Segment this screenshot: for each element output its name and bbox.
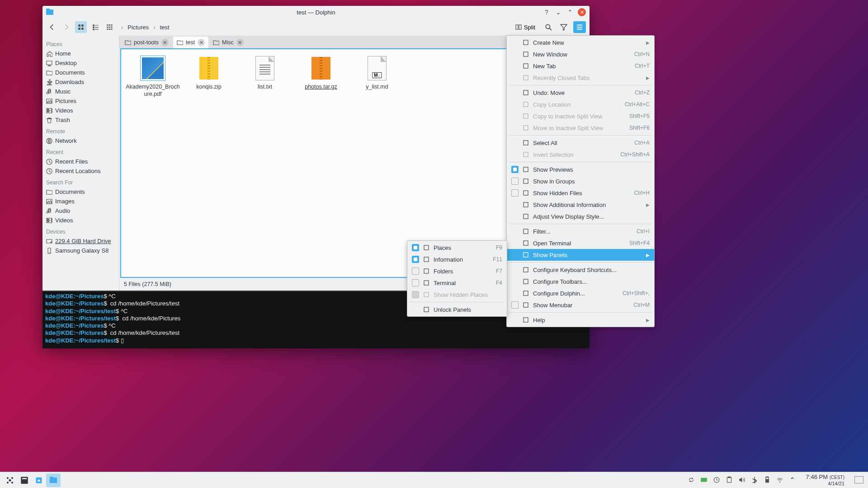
volume-icon[interactable] — [738, 476, 745, 483]
wifi-icon[interactable] — [776, 476, 783, 483]
search-button[interactable] — [542, 21, 554, 33]
breadcrumb-item[interactable]: Pictures — [127, 24, 149, 31]
menu-item-show-in-groups[interactable]: Show in Groups — [507, 175, 654, 187]
info-icon — [522, 201, 529, 208]
tab-Misc[interactable]: Misc✕ — [209, 37, 247, 48]
file-item[interactable]: konqis.zip — [181, 56, 237, 105]
sidebar-item-audio[interactable]: Audio — [42, 206, 119, 216]
menu-item-select-all[interactable]: Select AllCtrl+A — [507, 137, 654, 149]
file-item[interactable]: photos.tar.gz — [293, 56, 349, 105]
menu-item-filter-[interactable]: Filter...Ctrl+I — [507, 225, 654, 237]
tab-close-button[interactable]: ✕ — [236, 39, 244, 46]
svg-rect-6 — [107, 28, 108, 29]
menu-item-terminal[interactable]: TerminalF4 — [407, 277, 507, 289]
compact-view-button[interactable] — [90, 21, 101, 33]
sidebar-item-samsung-galaxy-s8[interactable]: Samsung Galaxy S8 — [42, 246, 119, 255]
sidebar-item-pictures[interactable]: Pictures — [42, 96, 119, 106]
forward-button[interactable] — [61, 21, 72, 33]
svg-rect-20 — [524, 141, 528, 145]
sidebar-item-music[interactable]: Music — [42, 87, 119, 96]
undo-icon — [522, 89, 529, 96]
sidebar-item-downloads[interactable]: Downloads — [42, 77, 119, 87]
markdown-file-icon: M↓ — [368, 56, 387, 80]
app-launcher-button[interactable] — [3, 474, 17, 487]
menu-item-adjust-view-display-style-[interactable]: Adjust View Display Style... — [507, 211, 654, 222]
toolbar-icon — [522, 278, 529, 285]
sidebar-item-documents[interactable]: Documents — [42, 187, 119, 197]
filter-button[interactable] — [558, 21, 570, 33]
hamburger-menu-button[interactable] — [573, 21, 586, 33]
sidebar-item-229-4-gib-hard-drive[interactable]: 229.4 GiB Hard Drive — [42, 236, 119, 246]
sidebar-item-documents[interactable]: Documents — [42, 68, 119, 77]
clipboard-icon[interactable] — [726, 476, 733, 483]
updates-icon[interactable] — [688, 476, 695, 483]
file-item[interactable]: M↓y_list.md — [349, 56, 405, 105]
file-item[interactable]: list.txt — [237, 56, 293, 105]
menu-item-configure-keyboard-shortcuts-[interactable]: Configure Keyboard Shortcuts... — [507, 264, 654, 276]
file-name: Akademy2020_Brochure.pdf — [125, 84, 181, 98]
configure-icon — [522, 290, 529, 297]
svg-rect-1 — [109, 24, 110, 25]
menu-item-configure-toolbars-[interactable]: Configure Toolbars... — [507, 276, 654, 287]
keyboard-layout-icon[interactable] — [700, 476, 708, 483]
file-item[interactable]: Akademy2020_Brochure.pdf — [125, 56, 181, 105]
dolphin-task-button[interactable] — [46, 474, 61, 487]
svg-point-41 — [7, 477, 9, 479]
menu-shortcut: Shift+F4 — [629, 240, 650, 246]
tray-expand-icon[interactable]: ⌃ — [789, 476, 796, 483]
menu-item-help[interactable]: Help▶ — [507, 314, 654, 326]
menu-item-configure-dolphin-[interactable]: Configure Dolphin...Ctrl+Shift+, — [507, 287, 654, 299]
sidebar-item-network[interactable]: Network — [42, 136, 119, 145]
menu-item-unlock-panels[interactable]: Unlock Panels — [407, 304, 507, 315]
back-button[interactable] — [46, 21, 58, 33]
file-name: photos.tar.gz — [305, 84, 337, 91]
clock-widget[interactable]: 7:46 PM (CEST) 4/14/21 — [806, 474, 844, 486]
tab-close-button[interactable]: ✕ — [198, 39, 205, 46]
menu-item-open-terminal[interactable]: Open TerminalShift+F4 — [507, 237, 654, 249]
sidebar-item-videos[interactable]: Videos — [42, 216, 119, 225]
tab-close-button[interactable]: ✕ — [161, 39, 169, 46]
minimize-button[interactable]: ⌄ — [554, 8, 562, 16]
menu-item-label: Adjust View Display Style... — [533, 213, 650, 220]
maximize-button[interactable]: ⌃ — [566, 8, 574, 16]
menu-item-new-tab[interactable]: New TabCtrl+T — [507, 60, 654, 72]
sidebar-item-videos[interactable]: Videos — [42, 106, 119, 115]
clock-icon — [46, 168, 52, 174]
clock-icon[interactable] — [713, 476, 720, 483]
breadcrumb-item[interactable]: test — [160, 24, 170, 31]
tab-post-toots[interactable]: post-toots✕ — [121, 37, 172, 48]
help-button[interactable]: ? — [542, 8, 551, 16]
menu-item-create-new[interactable]: Create New▶ — [507, 37, 654, 48]
menu-item-folders[interactable]: FoldersF7 — [407, 265, 507, 277]
task-manager-button[interactable] — [17, 474, 32, 487]
menu-item-undo-move[interactable]: Undo: MoveCtrl+Z — [507, 87, 654, 99]
menu-item-new-window[interactable]: New WindowCtrl+N — [507, 48, 654, 60]
icons-view-button[interactable] — [75, 21, 87, 33]
menu-item-show-menubar[interactable]: Show MenubarCtrl+M — [507, 299, 654, 311]
menu-item-show-panels[interactable]: Show Panels▶ — [507, 249, 654, 261]
menu-item-show-hidden-files[interactable]: Show Hidden FilesCtrl+H — [507, 187, 654, 199]
menu-item-information[interactable]: InformationF11 — [407, 253, 507, 265]
discover-button[interactable] — [32, 474, 46, 487]
sidebar-item-recent-files[interactable]: Recent Files — [42, 157, 119, 166]
close-button[interactable]: ✕ — [578, 8, 586, 16]
sidebar-item-trash[interactable]: Trash — [42, 115, 119, 125]
drive-icon — [46, 238, 52, 244]
sidebar-item-recent-locations[interactable]: Recent Locations — [42, 166, 119, 176]
sidebar-item-home[interactable]: Home — [42, 49, 119, 58]
text-file-icon — [255, 56, 274, 80]
sidebar-item-desktop[interactable]: Desktop — [42, 58, 119, 68]
tab-test[interactable]: test✕ — [173, 37, 208, 48]
split-button[interactable]: Split — [512, 23, 539, 32]
menu-item-show-previews[interactable]: Show Previews — [507, 164, 654, 175]
menubar-icon — [522, 301, 529, 309]
battery-icon[interactable] — [764, 476, 771, 483]
menu-item-places[interactable]: PlacesF9 — [407, 242, 507, 253]
sidebar-item-label: Music — [55, 88, 71, 95]
show-desktop-button[interactable] — [854, 476, 863, 483]
clock-time: 7:46 PM — [806, 474, 828, 480]
menu-item-show-additional-information[interactable]: Show Additional Information▶ — [507, 199, 654, 211]
bluetooth-icon[interactable] — [751, 476, 758, 483]
details-view-button[interactable] — [104, 21, 116, 33]
sidebar-item-images[interactable]: Images — [42, 197, 119, 206]
